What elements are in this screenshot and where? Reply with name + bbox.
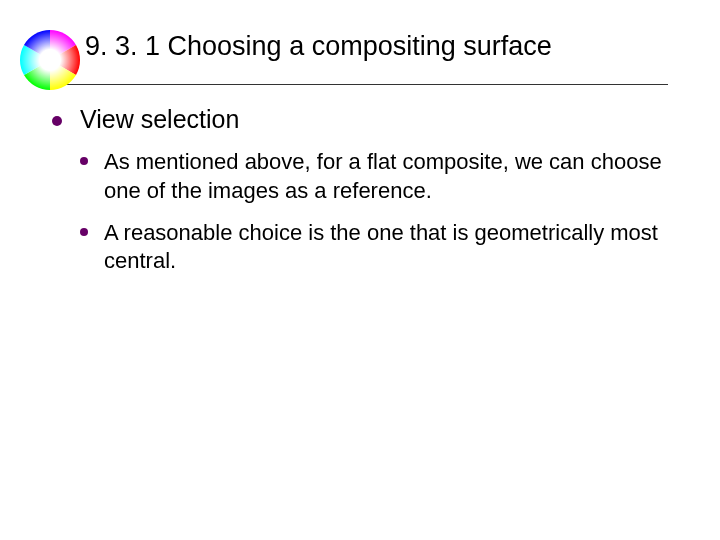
slide-title: 9. 3. 1 Choosing a compositing surface [85,30,680,62]
list-item-body: View selection As mentioned above, for a… [80,105,668,289]
bullet-icon [80,157,88,165]
slide-header: 9. 3. 1 Choosing a compositing surface [0,0,720,72]
bullet-icon [80,228,88,236]
slide-content: View selection As mentioned above, for a… [0,85,720,289]
list-item-text: View selection [80,105,668,134]
list-item-text: As mentioned above, for a flat composite… [104,148,668,204]
list-item: View selection As mentioned above, for a… [52,105,668,289]
list-item: A reasonable choice is the one that is g… [80,219,668,275]
bullet-icon [52,116,62,126]
list-item-text: A reasonable choice is the one that is g… [104,219,668,275]
color-wheel-icon [20,30,80,90]
svg-point-0 [20,30,80,90]
list-item: As mentioned above, for a flat composite… [80,148,668,204]
bullet-list-lvl2: As mentioned above, for a flat composite… [80,148,668,275]
slide: 9. 3. 1 Choosing a compositing surface V… [0,0,720,540]
bullet-list-lvl1: View selection As mentioned above, for a… [52,105,668,289]
